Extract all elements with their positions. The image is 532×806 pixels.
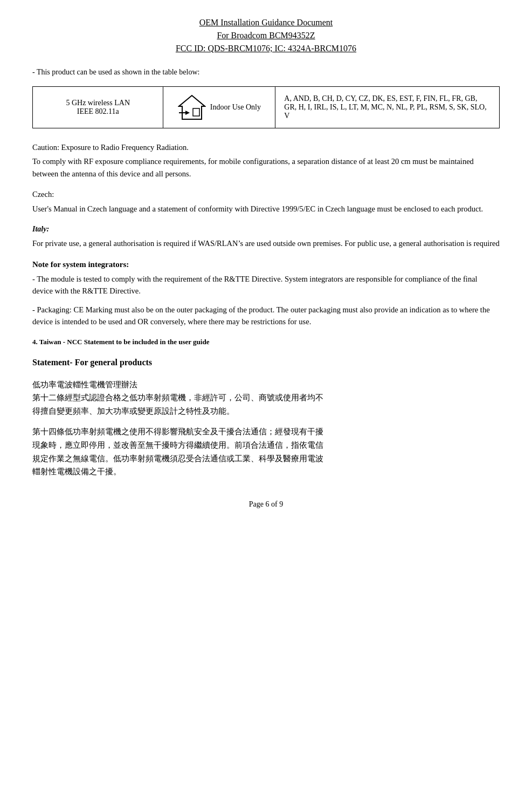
italy-section: Italy: For private use, a general author… — [32, 223, 500, 249]
indoor-use-icon — [178, 93, 206, 121]
chinese2-line3: 規定作業之無線電信。低功率射頻電機須忍受合法通信或工業、科學及醫療用電波 — [32, 452, 500, 466]
svg-rect-3 — [193, 108, 199, 116]
czech-body: User's Manual in Czech language and a st… — [32, 203, 500, 215]
page-header: OEM Installation Guidance Document For B… — [32, 16, 500, 55]
svg-marker-2 — [185, 111, 190, 115]
indoor-use-label: Indoor Use Only — [210, 103, 261, 112]
table-row: 5 GHz wireless LANIEEE 802.11a Indoor Us… — [33, 87, 500, 128]
caution-title: Caution: Exposure to Radio Frequency Rad… — [32, 141, 500, 153]
statement-section: Statement- For general products — [32, 356, 500, 370]
statement-label: Statement- For general products — [32, 356, 500, 370]
svg-marker-0 — [179, 95, 205, 119]
header-line2: For Broadcom BCM94352Z — [32, 29, 500, 42]
note-label: Note for system integrators: — [32, 258, 500, 271]
chinese2-line4: 輺射性電機設備之干擾。 — [32, 465, 500, 479]
note-body2: - Packaging: CE Marking must also be on … — [32, 304, 500, 328]
chinese1-line1: 低功率電波輺性電機管理辦法 — [32, 378, 500, 392]
header-line3: FCC ID: QDS-BRCM1076; IC: 4324A-BRCM1076 — [32, 42, 500, 55]
chinese1-line3: 得擅自變更頻率、加大功率或變更原設計之特性及功能。 — [32, 405, 500, 418]
note-section: Note for system integrators: - The modul… — [32, 258, 500, 328]
czech-section: Czech: User's Manual in Czech language a… — [32, 188, 500, 215]
italy-body: For private use, a general authorisation… — [32, 237, 500, 249]
chinese2-line1: 第十四條低功率射頻電機之使用不得影響飛航安全及干擾合法通信；經發現有干擾 — [32, 425, 500, 439]
table-cell-product: 5 GHz wireless LANIEEE 802.11a — [33, 87, 163, 128]
chinese2-line2: 現象時，應立即停用，並改善至無干擾時方得繼續使用。前項合法通信，指依電信 — [32, 439, 500, 452]
caution-section: Caution: Exposure to Radio Frequency Rad… — [32, 141, 500, 180]
taiwan-label: 4. Taiwan - NCC Statement to be included… — [32, 337, 500, 347]
caution-body: To comply with RF exposure compliance re… — [32, 155, 500, 180]
table-cell-countries: A, AND, B, CH, D, CY, CZ, DK, ES, EST, F… — [275, 87, 500, 128]
product-table: 5 GHz wireless LANIEEE 802.11a Indoor Us… — [32, 86, 500, 128]
table-cell-icon: Indoor Use Only — [163, 87, 275, 128]
chinese-section2: 第十四條低功率射頻電機之使用不得影響飛航安全及干擾合法通信；經發現有干擾 現象時… — [32, 425, 500, 479]
header-line1: OEM Installation Guidance Document — [32, 16, 500, 29]
italy-label: Italy: — [32, 223, 500, 235]
chinese-section1: 低功率電波輺性電機管理辦法 第十二條經型式認證合格之低功率射頻電機，非經許可，公… — [32, 378, 500, 418]
indoor-use-cell: Indoor Use Only — [172, 93, 266, 121]
product-table-container: 5 GHz wireless LANIEEE 802.11a Indoor Us… — [32, 86, 500, 128]
product-name: 5 GHz wireless LANIEEE 802.11a — [66, 99, 130, 115]
taiwan-section: 4. Taiwan - NCC Statement to be included… — [32, 337, 500, 347]
intro-text: - This product can be used as shown in t… — [32, 68, 500, 77]
czech-label: Czech: — [32, 188, 500, 200]
note-body1: - The module is tested to comply with th… — [32, 273, 500, 297]
chinese1-line2: 第十二條經型式認證合格之低功率射頻電機，非經許可，公司、商號或使用者均不 — [32, 391, 500, 405]
page-footer: Page 6 of 9 — [32, 500, 500, 509]
